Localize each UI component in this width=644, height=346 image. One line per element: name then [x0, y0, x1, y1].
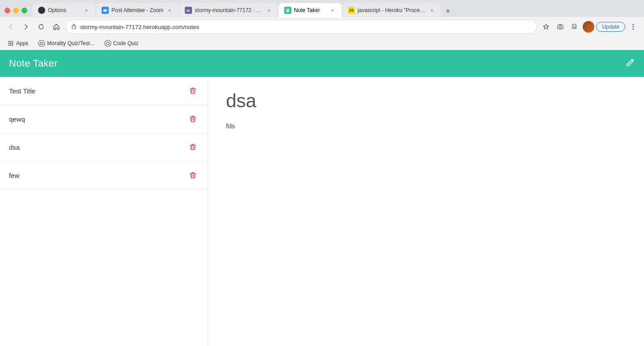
user-avatar[interactable] [583, 21, 594, 33]
tab-javascript-favicon: JS [348, 7, 355, 14]
tab-heroku-title: stormy-mountain-77172 · Setti [195, 7, 263, 13]
morality-favicon [38, 40, 45, 47]
svg-rect-7 [558, 25, 563, 29]
tab-heroku-close[interactable]: × [265, 7, 273, 14]
tab-javascript-close[interactable]: × [428, 7, 435, 14]
tab-javascript[interactable]: JS javascript - Heroku "Process e × [342, 3, 441, 17]
svg-text:H: H [187, 8, 190, 13]
browser-menu-button[interactable] [627, 21, 640, 33]
nav-bar: stormy-mountain-77172.herokuapp.com/note… [0, 17, 644, 37]
window-minimize-btn[interactable] [13, 8, 19, 13]
svg-point-21 [38, 40, 45, 46]
svg-point-8 [559, 26, 562, 28]
back-button[interactable] [4, 21, 17, 33]
bookmark-apps-label: Apps [16, 40, 28, 46]
pencil-icon[interactable] [625, 58, 635, 70]
main-layout: Test Title qewq [0, 77, 644, 346]
screenshot-button[interactable] [554, 21, 567, 33]
tab-heroku[interactable]: H stormy-mountain-77172 · Setti × [179, 3, 278, 17]
codequiz-favicon [104, 40, 111, 47]
svg-point-14 [12, 41, 13, 42]
svg-point-15 [9, 42, 10, 44]
new-tab-button[interactable]: + [442, 5, 454, 17]
trash-icon-4 [189, 171, 197, 179]
note-view-panel: dsa fds [208, 77, 644, 346]
forward-button[interactable] [20, 21, 32, 33]
note-view-body: fds [226, 121, 626, 131]
tab-zoom[interactable]: Post Attendee - Zoom × [96, 3, 179, 17]
notes-sidebar: Test Title qewq [0, 77, 208, 346]
svg-point-13 [10, 41, 12, 42]
window-maximize-btn[interactable] [21, 8, 27, 13]
note-item-dsa-text: dsa [9, 143, 20, 151]
browser-chrome: Options × Post Attendee - Zoom × H storm… [0, 0, 644, 50]
tab-notetaker-close[interactable]: × [329, 7, 336, 14]
bookmark-morality-label: Morality Quiz/Test... [47, 40, 94, 46]
tab-javascript-title: javascript - Heroku "Process e [358, 7, 426, 13]
home-button[interactable] [50, 21, 63, 33]
address-text: stormy-mountain-77172.herokuapp.com/note… [80, 24, 531, 30]
address-bar[interactable]: stormy-mountain-77172.herokuapp.com/note… [65, 20, 537, 34]
svg-point-10 [633, 26, 634, 28]
delete-note-qewq-button[interactable] [187, 113, 199, 125]
note-item-test-title-text: Test Title [9, 87, 35, 95]
tab-notetaker-favicon [284, 7, 291, 14]
bookmarks-bar: Apps Morality Quiz/Test... Code Quiz [0, 37, 644, 50]
svg-point-19 [10, 44, 12, 46]
delete-note-test-title-button[interactable] [187, 85, 199, 97]
bookmark-codequiz[interactable]: Code Quiz [102, 39, 141, 48]
tab-options-title: Options [48, 7, 80, 13]
tab-zoom-close[interactable]: × [166, 7, 173, 14]
reload-button[interactable] [35, 21, 47, 33]
svg-point-17 [12, 42, 13, 44]
tab-heroku-favicon: H [185, 7, 192, 14]
apps-icon [7, 40, 14, 47]
note-item-few-text: few [9, 172, 19, 179]
lock-icon [71, 24, 77, 30]
tab-notetaker-title: Note Taker [294, 7, 326, 13]
bookmark-morality[interactable]: Morality Quiz/Test... [35, 39, 97, 48]
svg-rect-6 [72, 26, 76, 29]
window-controls [4, 8, 27, 13]
app-header: Note Taker [0, 50, 644, 77]
app-content: Note Taker Test Title qewq [0, 50, 644, 346]
svg-rect-0 [103, 9, 106, 12]
app-title: Note Taker [9, 58, 58, 69]
tabs-container: Options × Post Attendee - Zoom × H storm… [33, 3, 640, 17]
svg-point-24 [107, 42, 109, 45]
tab-notetaker[interactable]: Note Taker × [279, 3, 341, 17]
bookmark-apps[interactable]: Apps [4, 39, 31, 48]
svg-point-9 [633, 24, 634, 25]
trash-icon-2 [189, 115, 197, 123]
tab-options-close[interactable]: × [83, 7, 90, 14]
trash-icon-3 [189, 143, 197, 151]
tab-zoom-title: Post Attendee - Zoom [111, 7, 163, 13]
svg-point-20 [12, 44, 13, 46]
svg-point-16 [10, 42, 12, 44]
delete-note-few-button[interactable] [187, 169, 199, 181]
note-view-title: dsa [226, 90, 626, 112]
nav-actions: Update [540, 21, 640, 33]
svg-marker-1 [106, 9, 107, 12]
bookmark-star-button[interactable] [540, 21, 552, 33]
note-item-dsa[interactable]: dsa [0, 133, 208, 161]
note-item-qewq-text: qewq [9, 115, 25, 123]
svg-point-23 [105, 40, 111, 46]
delete-note-dsa-button[interactable] [187, 141, 199, 153]
note-item-qewq[interactable]: qewq [0, 105, 208, 133]
tab-options-favicon [38, 7, 45, 14]
svg-point-18 [9, 44, 10, 46]
window-close-btn[interactable] [4, 8, 10, 13]
bookmark-codequiz-label: Code Quiz [113, 40, 139, 46]
trash-icon-1 [189, 87, 197, 95]
note-item-few[interactable]: few [0, 161, 208, 190]
extensions-button[interactable] [568, 21, 581, 33]
title-bar: Options × Post Attendee - Zoom × H storm… [0, 0, 644, 17]
tab-options[interactable]: Options × [33, 3, 95, 17]
note-item-test-title[interactable]: Test Title [0, 77, 208, 105]
tab-zoom-favicon [102, 7, 109, 14]
svg-point-12 [9, 41, 10, 42]
update-button[interactable]: Update [596, 22, 625, 32]
svg-point-11 [633, 29, 634, 30]
svg-point-22 [40, 42, 43, 45]
